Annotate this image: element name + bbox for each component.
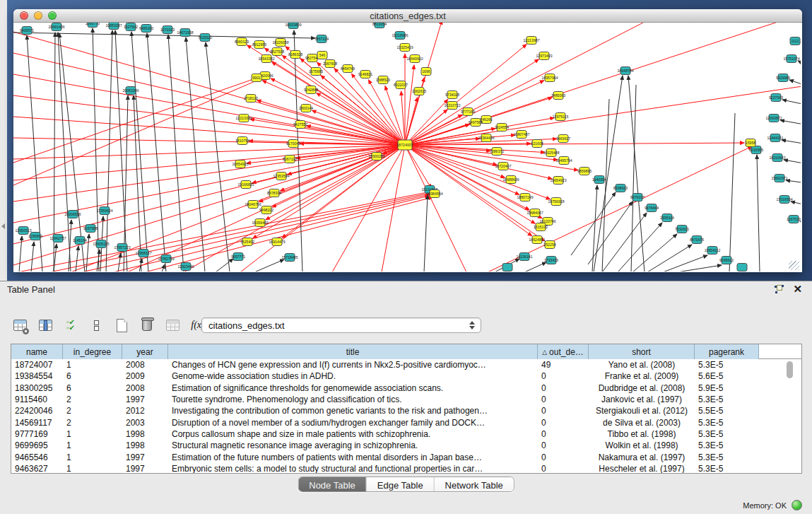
graph-node-label: 9242848	[304, 88, 318, 92]
graph-node-label: 18807249	[517, 195, 533, 199]
graph-node-label: 12975115	[553, 115, 569, 119]
table-row[interactable]: 911546021997Tourette syndrome. Phenomeno…	[11, 394, 801, 405]
table-cell: 0	[538, 395, 589, 404]
table-cell: 5.3E-5	[695, 440, 759, 450]
citation-edge	[368, 80, 405, 145]
graph-node-label: 17957223	[114, 245, 130, 250]
table-cell: 1	[63, 452, 122, 462]
directed-edge	[118, 253, 121, 271]
table-header-row: namein_degreeyeartitle△out_de…shortpager…	[11, 344, 801, 359]
table-row[interactable]: 946554611997Estimation of the future num…	[11, 451, 801, 462]
float-panel-icon[interactable]	[775, 285, 784, 293]
graph-node-label: 19166825	[237, 182, 254, 187]
zoom-window-button[interactable]	[48, 11, 57, 20]
graph-node[interactable]	[502, 264, 512, 271]
column-header-name[interactable]: name	[11, 344, 63, 359]
table-cell: Investigating the contribution of common…	[168, 406, 538, 416]
graph-node-label: 7386372	[490, 149, 504, 153]
table-row[interactable]: 1938455462009Genome-wide association stu…	[11, 370, 801, 382]
directed-edge	[782, 140, 801, 145]
table-row[interactable]: 969969511998Structural magnetic resonanc…	[11, 440, 801, 451]
graph-node-label: 8471676	[690, 238, 704, 242]
table-cell: 2003	[122, 418, 168, 428]
unselect-columns-icon[interactable]	[88, 317, 105, 334]
table-row[interactable]: 977716911998Corpus callosum shape and si…	[11, 428, 801, 440]
table-cell: Nakamura et al. (1997)	[589, 452, 695, 462]
graph-node-label: 12353594	[273, 174, 289, 178]
show-column-icon[interactable]	[37, 317, 54, 334]
directed-edge	[147, 33, 166, 271]
column-header-label: year	[136, 347, 153, 357]
directed-edge	[798, 61, 801, 68]
graph-node-label: 2093770	[86, 23, 100, 25]
column-header-in_degree[interactable]: in_degree	[63, 344, 122, 359]
panel-collapse-arrow-icon[interactable]	[1, 223, 5, 229]
table-cell: Hescheler et al. (1997)	[589, 464, 695, 474]
table-cell: Disruption of a novel member of a sodium…	[168, 418, 538, 428]
window-resize-grip[interactable]	[789, 261, 799, 270]
close-panel-icon[interactable]: ✕	[793, 283, 802, 296]
graph-node-label: 9474444	[645, 206, 659, 210]
graph-node-label: 7857224	[314, 37, 329, 41]
table-row[interactable]: 2242004622012Investigating the contribut…	[11, 405, 801, 416]
directed-edge	[628, 76, 645, 271]
graph-node-label: 9227343	[769, 95, 783, 100]
table-cell: 0	[538, 452, 589, 462]
network-window-titlebar[interactable]: citations_edges.txt	[13, 9, 802, 23]
tab-network-table[interactable]: Network Table	[435, 477, 514, 492]
select-all-columns-icon[interactable]: ▫✔▫✔	[62, 317, 79, 334]
graph-node-label: 10025488	[543, 151, 559, 155]
close-window-button[interactable]	[20, 11, 28, 20]
import-table-icon[interactable]	[164, 317, 181, 334]
node-table: namein_degreeyeartitle△out_de…shortpager…	[11, 344, 802, 474]
graph-node-label: 12923446	[177, 264, 194, 269]
graph-node-label: 1640954	[592, 177, 606, 182]
graph-node-label: 9734028	[445, 93, 459, 97]
column-header-short[interactable]: short	[589, 344, 695, 359]
graph-node-label: 8813054	[372, 23, 387, 26]
tab-node-table[interactable]: Node Table	[298, 477, 367, 492]
directed-edge	[632, 234, 677, 271]
table-settings-icon[interactable]	[11, 317, 28, 334]
graph-node-label: 16543382	[258, 57, 274, 61]
table-cell: 5.3E-5	[695, 395, 759, 404]
table-select-dropdown[interactable]: citations_edges.txt	[201, 317, 481, 333]
tab-edge-table[interactable]: Edge Table	[367, 477, 435, 492]
table-row[interactable]: 1872400712008Changes of HCN gene express…	[11, 359, 801, 370]
graph-node-label: 20691406	[48, 25, 64, 29]
network-window-title: citations_edges.txt	[13, 11, 802, 21]
table-cell: 5.3E-5	[695, 429, 759, 439]
graph-node-label: 16648784	[617, 69, 633, 73]
graph-node-label: 7515520	[198, 35, 212, 40]
table-cell: 5.5E-5	[695, 406, 759, 416]
graph-node-label: 546	[319, 53, 326, 57]
graph-node[interactable]	[737, 264, 747, 271]
column-header-title[interactable]: title	[168, 344, 538, 359]
column-header-year[interactable]: year	[122, 344, 168, 359]
table-panel: Table Panel ✕ ▫✔▫✔f(x) citations_edges.t…	[0, 281, 812, 514]
table-cell: 0	[538, 418, 589, 428]
minimize-window-button[interactable]	[34, 11, 42, 20]
graph-node-label: 9427552	[293, 122, 307, 127]
create-column-icon[interactable]	[113, 317, 130, 334]
table-row[interactable]: 946362711997Embryonic stem cells: a mode…	[11, 463, 801, 474]
column-header-pagerank[interactable]: pagerank	[695, 344, 759, 359]
directed-edge	[602, 213, 647, 271]
memory-status-indicator[interactable]	[792, 500, 802, 510]
table-cell: Estimation of the future numbers of pati…	[168, 452, 538, 462]
table-cell: 1997	[122, 452, 168, 462]
table-cell: 5.3E-5	[695, 452, 759, 462]
table-cell: 1	[63, 464, 122, 474]
graph-node-label: 7625402	[240, 240, 254, 244]
network-canvas[interactable]: 9405571206914062093770106532871527602646…	[13, 23, 801, 271]
citation-edge	[405, 23, 442, 145]
table-cell: Structural magnetic resonance image aver…	[168, 440, 538, 450]
column-header-out_de[interactable]: △out_de…	[538, 344, 589, 359]
table-row[interactable]: 1456911722003Disruption of a novel membe…	[11, 416, 801, 428]
citation-edge	[13, 95, 405, 145]
table-cell: 1	[63, 440, 122, 450]
delete-column-icon[interactable]	[139, 317, 155, 334]
table-row[interactable]: 1830029562008Estimation of significance …	[11, 382, 801, 394]
table-scrollbar-thumb[interactable]	[787, 361, 793, 378]
graph-node-label: 9777169	[461, 110, 475, 114]
